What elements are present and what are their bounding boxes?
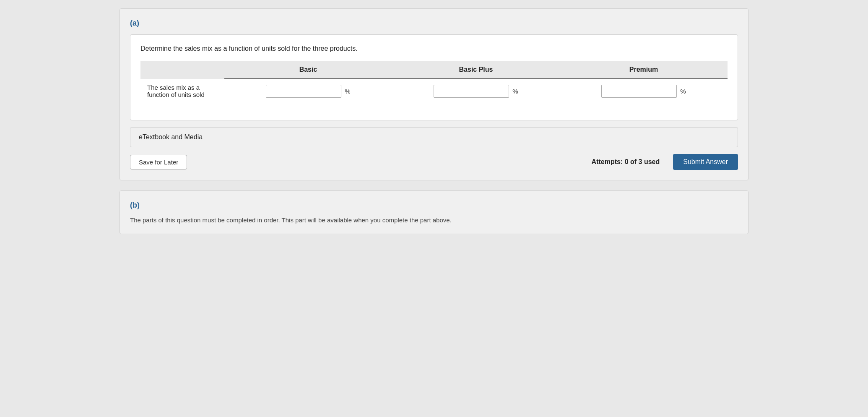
basicplus-percent-input[interactable] <box>434 85 509 98</box>
premium-percent-input[interactable] <box>601 85 677 98</box>
attempts-text: Attempts: 0 of 3 used <box>592 158 660 166</box>
save-later-button[interactable]: Save for Later <box>130 155 187 169</box>
footer-row: Save for Later Attempts: 0 of 3 used Sub… <box>130 154 738 170</box>
col-header-basic: Basic <box>224 61 392 79</box>
col-header-basicplus: Basic Plus <box>392 61 560 79</box>
etextbook-bar: eTextbook and Media <box>130 127 738 147</box>
basic-percent-input[interactable] <box>266 85 341 98</box>
section-a-inner: Determine the sales mix as a function of… <box>130 34 738 120</box>
col-header-empty <box>140 61 224 79</box>
row-label: The sales mix as a function of units sol… <box>140 79 224 103</box>
premium-input-cell: % <box>560 79 728 103</box>
section-b-card: (b) The parts of this question must be c… <box>120 190 748 234</box>
section-a-card: (a) Determine the sales mix as a functio… <box>120 8 748 180</box>
right-group: Attempts: 0 of 3 used Submit Answer <box>592 154 738 170</box>
basic-input-cell: % <box>224 79 392 103</box>
section-a-label: (a) <box>130 19 738 28</box>
submit-answer-button[interactable]: Submit Answer <box>673 154 738 170</box>
basic-percent-sign: % <box>345 88 350 95</box>
premium-percent-sign: % <box>680 88 686 95</box>
sales-mix-table: Basic Basic Plus Premium The sales mix a… <box>140 61 728 103</box>
section-b-label: (b) <box>130 201 738 210</box>
etextbook-label: eTextbook and Media <box>139 133 203 141</box>
col-header-premium: Premium <box>560 61 728 79</box>
question-text: Determine the sales mix as a function of… <box>140 45 728 52</box>
table-row: The sales mix as a function of units sol… <box>140 79 728 103</box>
section-b-text: The parts of this question must be compl… <box>130 216 738 224</box>
page-container: (a) Determine the sales mix as a functio… <box>120 8 748 234</box>
basicplus-percent-sign: % <box>512 88 518 95</box>
basicplus-input-cell: % <box>392 79 560 103</box>
